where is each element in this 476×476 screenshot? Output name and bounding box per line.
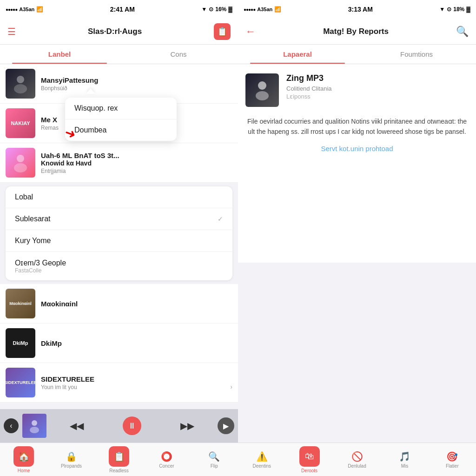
music-icon: 🎵 [399,451,410,462]
bottom-tab-readless[interactable]: 📋 Readless [95,446,143,473]
context-item-oiem[interactable]: Oɪem/3 Geople FastaColle [6,252,232,280]
dropdown-arrow [86,88,95,94]
left-phone: ●●●●● A35an 📶 2:41 AM ▼ ⊙ 16% ▓ ☰ Slas·D… [0,0,238,476]
carrier-name: A35an [19,7,34,12]
item-1-sub: Bonphsúið [41,85,232,92]
bottom-tab-flip[interactable]: 🔍 Flip [191,451,238,469]
item-5-info: DkiMp [41,339,232,347]
dropdown-item-2[interactable]: Doumbea [65,119,177,141]
clipboard-button[interactable]: 📋 [214,23,231,40]
detail-sub1: Colitiend Clitania [286,85,469,92]
svg-point-4 [32,420,37,426]
signal-arrow: ▼ [201,6,207,13]
context-menu: Lobal Sublesarat ✓ Kury Yome Oɪem/3 Geop… [6,186,232,280]
concer-icon: ⭕ [161,451,172,462]
bottom-tab-concer[interactable]: ⭕ Concer [143,451,190,469]
right-tab-denlulad[interactable]: 🚫 Denlulad [333,451,381,469]
back-button[interactable]: ← [245,26,256,38]
list-item-4[interactable]: Mαokinαinl Mαokinαinl [0,284,238,324]
np-controls: ◀◀ ⏸ ▶▶ [50,416,214,435]
right-signal-arrow: ▼ [439,6,445,13]
thumb-2-text: NAKIAY [11,120,30,126]
right-signal-dots: ●●●●● [244,7,255,12]
item-1-title: MansyiPattesung [41,76,232,84]
item-6-nowplaying: Youn im lit you [41,384,77,390]
dropdown-item-1[interactable]: Wisquop. rex [65,98,177,119]
item-6-title: SIDEXTURELEE [41,375,232,383]
left-tabs: Lanbel Cons [0,45,238,64]
thumb-2: NAKIAY [6,108,35,138]
left-content: MansyiPattesung Bonphsúið ➜ Wisquop. rex… [0,64,238,409]
location-icon: ⊙ [209,6,213,13]
svg-point-3 [14,163,27,172]
forward-button[interactable]: ▶▶ [180,420,194,431]
bottom-tab-plropands[interactable]: 🔒 Plropands [47,451,95,469]
home-icon-bg: 🏠 [13,446,34,467]
right-content: Zing MP3 Colitiend Clitania Lɛiponss Fil… [238,64,476,263]
right-time-display: 3:13 AM [348,6,373,13]
right-status-right: ▼ ⊙ 18% ▓ [439,6,470,13]
battery-percent: 16% [215,6,226,13]
detail-body: File oevirlad cocurries and qualition No… [245,116,469,137]
deentins-label: Deentins [252,463,271,469]
right-bottom-tabs: ⚠️ Deentins 🛍 Deroots 🚫 Denlulad 🎵 Mis 🎯… [238,443,476,476]
list-item-5[interactable]: DkiMp DkiMp [0,324,238,363]
svg-point-6 [258,81,266,90]
flatier-label: Flatier [446,463,459,469]
search-button[interactable]: 🔍 [456,26,469,38]
now-playing-bar: ‹ ◀◀ ⏸ ▶▶ ▶ [0,409,238,443]
right-navbar: ← Matg! By Reports 🔍 [238,19,476,45]
right-status-left: ●●●●● A35an 📶 [244,6,281,13]
menu-icon[interactable]: ☰ [7,26,16,37]
context-item-lobal[interactable]: Lobal [6,186,232,208]
context-item-sublesarat[interactable]: Sublesarat ✓ [6,208,232,230]
target-icon: 🎯 [446,451,458,462]
lock-icon: 🔒 [66,451,77,462]
bottom-tab-home[interactable]: 🏠 Home [0,446,47,473]
left-status-bar: ●●●●● A35an 📶 2:41 AM ▼ ⊙ 16% ▓ [0,0,238,19]
rewind-button[interactable]: ◀◀ [70,420,84,431]
detail-link[interactable]: Servt kot.unin prohtoad [245,145,469,152]
item-1-info: MansyiPattesung Bonphsúið [41,76,232,92]
right-status-bar: ●●●●● A35an 📶 3:13 AM ▼ ⊙ 18% ▓ [238,0,476,19]
right-app-title: Matg! By Reports [323,27,389,36]
home-label: Home [18,468,30,473]
right-tab-deroots[interactable]: 🛍 Deroots [285,446,333,473]
right-battery-percent: 18% [453,6,464,13]
play-pause-button[interactable]: ⏸ [123,416,141,435]
next-button[interactable]: ▶ [218,417,234,434]
time-display: 2:41 AM [110,6,135,13]
battery-icon: ▓ [228,6,232,13]
deroots-icon-bg: 🛍 [299,446,320,467]
mis-label: Mis [401,463,409,469]
item-3-info: Uah-6 ML BnAT toS 3t... Knowid kα Havd E… [41,152,232,174]
list-item-3[interactable]: Uah-6 ML BnAT toS 3t... Knowid kα Havd E… [0,143,238,183]
tab-cons[interactable]: Cons [119,45,238,64]
svg-point-5 [30,427,39,433]
list-item-6[interactable]: SIDEXTURELEE SIDEXTURELEE Youn im lit yo… [0,363,238,403]
item-3-sub: Entrjjamia [41,168,232,174]
right-tab-deentins[interactable]: ⚠️ Deentins [238,451,285,469]
right-tabs: Lapaeral Foumtions [238,45,476,64]
item-3-sub-title: Knowid kα Havd [41,159,232,167]
svg-point-1 [14,84,27,93]
context-item-kury[interactable]: Kury Yome [6,230,232,252]
right-tab-flatier[interactable]: 🎯 Flatier [429,451,476,469]
right-wifi-icon: 📶 [274,6,281,13]
right-tab-mis[interactable]: 🎵 Mis [381,451,428,469]
dropdown-popup: Wisquop. rex Doumbea [65,98,177,141]
prev-button[interactable]: ‹ [4,418,19,433]
thumb-1 [6,69,35,99]
item-3-title: Uah-6 ML BnAT toS 3t... [41,152,232,159]
tab-lapaeral[interactable]: Lapaeral [238,45,357,64]
item-5-title: DkiMp [41,339,232,347]
item-6-info: SIDEXTURELEE Youn im lit you › [41,375,232,390]
thumb-5: DkiMp [6,328,35,358]
right-spacer [238,263,476,443]
tab-lanbel[interactable]: Lanbel [0,45,119,64]
readless-icon: 📋 [113,451,125,462]
flip-label: Flip [211,463,218,469]
svg-point-7 [256,91,269,100]
left-status-left: ●●●●● A35an 📶 [6,6,43,13]
tab-foumtions[interactable]: Foumtions [357,45,476,64]
